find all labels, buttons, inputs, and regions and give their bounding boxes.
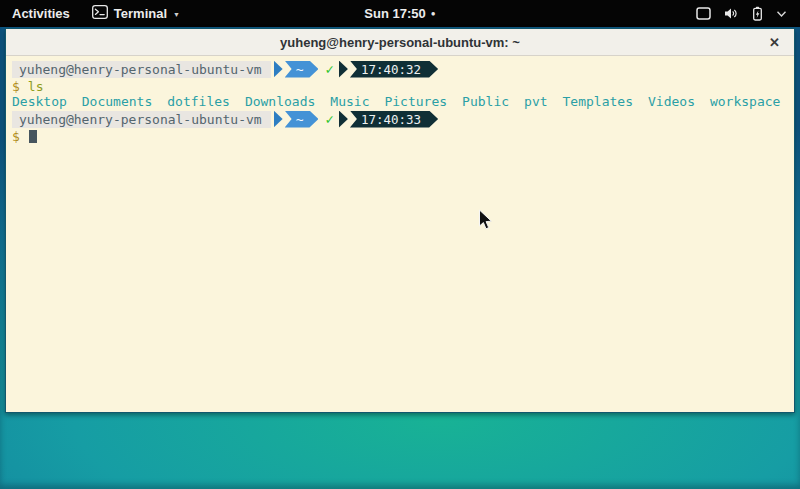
mouse-cursor-icon (478, 209, 493, 235)
directory-name: Pictures (384, 94, 447, 109)
prompt-symbol: $ (12, 79, 20, 94)
prompt-user-segment: yuheng@henry-personal-ubuntu-vm (12, 61, 271, 78)
prompt-path-segment: ~ (285, 111, 319, 128)
powerline-arrow-icon (339, 61, 348, 78)
system-tray[interactable] (690, 0, 792, 27)
input-line[interactable]: $ (12, 129, 794, 144)
prompt-line: yuheng@henry-personal-ubuntu-vm ~ ✓ 17:4… (12, 60, 794, 78)
status-check-icon: ✓ (325, 111, 333, 127)
directory-name: Documents (82, 94, 152, 109)
terminal-content[interactable]: yuheng@henry-personal-ubuntu-vm ~ ✓ 17:4… (6, 57, 794, 412)
clock-label: Sun 17:50 (364, 6, 425, 21)
window-title: yuheng@henry-personal-ubuntu-vm: ~ (280, 35, 520, 50)
prompt-path-segment: ~ (285, 61, 319, 78)
prompt-user-segment: yuheng@henry-personal-ubuntu-vm (12, 111, 271, 128)
directory-name: pvt (524, 94, 547, 109)
prompt-line: yuheng@henry-personal-ubuntu-vm ~ ✓ 17:4… (12, 110, 794, 128)
gnome-top-bar: Activities Terminal ▼ Sun 17:50 ● (0, 0, 800, 27)
activities-button[interactable]: Activities (0, 0, 82, 27)
directory-name: dotfiles (167, 94, 230, 109)
command-text: ls (28, 79, 44, 94)
directory-name: Templates (563, 94, 633, 109)
desktop: Activities Terminal ▼ Sun 17:50 ● (0, 0, 800, 489)
app-menu-terminal[interactable]: Terminal ▼ (82, 0, 190, 27)
chevron-down-icon: ▼ (173, 11, 180, 18)
battery-charging-icon (751, 6, 764, 21)
ls-output-line: DesktopDocumentsdotfilesDownloadsMusicPi… (12, 94, 794, 109)
terminal-icon (92, 5, 108, 22)
directory-name: workspace (710, 94, 780, 109)
powerline-arrow-icon (339, 111, 348, 128)
app-menu-label: Terminal (114, 6, 167, 21)
directory-name: Music (330, 94, 369, 109)
directory-name: Videos (648, 94, 695, 109)
prompt-symbol: $ (12, 129, 20, 144)
chevron-down-icon (777, 11, 786, 17)
volume-icon (724, 7, 738, 20)
window-titlebar[interactable]: yuheng@henry-personal-ubuntu-vm: ~ ✕ (6, 29, 794, 56)
directory-name: Desktop (12, 94, 67, 109)
prompt-time-badge: 17:40:33 (350, 111, 438, 128)
text-cursor (29, 130, 37, 143)
powerline-arrow-icon (274, 111, 283, 128)
powerline-arrow-icon (274, 61, 283, 78)
terminal-window: yuheng@henry-personal-ubuntu-vm: ~ ✕ yuh… (5, 28, 795, 413)
display-icon (696, 7, 711, 20)
activities-label: Activities (12, 6, 70, 21)
status-check-icon: ✓ (325, 61, 333, 77)
close-button[interactable]: ✕ (769, 29, 780, 55)
command-line: $ls (12, 79, 794, 94)
notification-dot: ● (431, 0, 436, 27)
directory-name: Downloads (245, 94, 315, 109)
clock-button[interactable]: Sun 17:50 ● (356, 0, 443, 27)
directory-name: Public (462, 94, 509, 109)
prompt-time-badge: 17:40:32 (350, 61, 438, 78)
